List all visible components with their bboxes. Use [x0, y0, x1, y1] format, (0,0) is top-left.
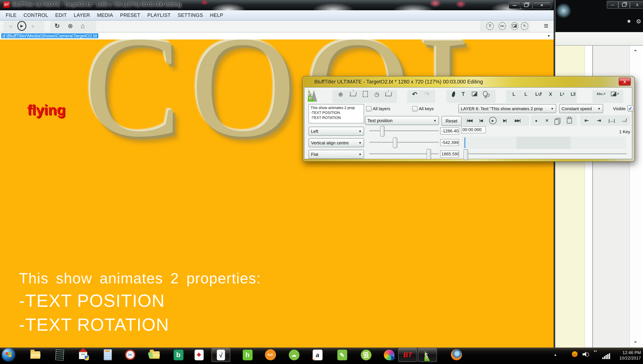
clock[interactable]: 12:46 PM 10/22/2017	[612, 350, 641, 361]
menu-playlist[interactable]: PLAYLIST	[147, 12, 171, 18]
taskbar-homegroup[interactable]	[77, 349, 88, 360]
tray-network-icon[interactable]	[602, 353, 610, 359]
y-slider-handle[interactable]	[393, 137, 397, 148]
z-mode-dropdown[interactable]: Flat ▼	[308, 150, 364, 159]
taskbar-blufftitler-show[interactable]	[418, 348, 437, 362]
copy-key-icon[interactable]	[554, 115, 562, 126]
paint-layer-icon[interactable]	[449, 88, 458, 100]
delete-key-icon[interactable]: ×	[543, 115, 550, 126]
menu-edit[interactable]: EDIT	[55, 12, 67, 18]
layer-op-bar[interactable]: L‖	[568, 88, 578, 100]
y-value-field[interactable]: -542.3999	[440, 139, 459, 146]
minimize-button[interactable]: —	[509, 1, 520, 9]
save-show-icon[interactable]: ↓	[383, 88, 393, 100]
address-bar[interactable]: d:\BluffTitler\Media\Shows\Camera\Target…	[0, 32, 554, 40]
record-key-icon[interactable]: ●	[532, 115, 540, 126]
favorites-star-icon[interactable]: ★	[626, 18, 631, 24]
hamburger-menu-icon[interactable]: ≡	[544, 23, 551, 29]
play-button[interactable]: ▶	[488, 115, 498, 126]
redo-icon[interactable]: ↷	[422, 88, 432, 100]
reset-button[interactable]: Reset	[442, 116, 462, 126]
all-layers-checkbox[interactable]	[366, 106, 372, 112]
x-slider-handle[interactable]	[380, 126, 385, 136]
visible-checkbox[interactable]: ✓	[627, 105, 634, 112]
y-slider-track[interactable]	[369, 142, 439, 144]
home-icon[interactable]: ⌂	[79, 20, 86, 31]
close-button[interactable]: ×	[533, 1, 551, 9]
x-mode-dropdown[interactable]: Left ▼	[308, 127, 364, 136]
taskbar-pen-app[interactable]: ✎	[336, 349, 348, 360]
layer-op-clone[interactable]: L	[521, 88, 530, 100]
timeline-scrubber-handle[interactable]	[464, 149, 468, 160]
prev-frame-icon[interactable]: |◀	[476, 115, 485, 126]
taskbar-notepad[interactable]	[54, 349, 65, 360]
key-squeeze-icon[interactable]: ↮	[620, 115, 628, 126]
layer-op-attach[interactable]: L	[509, 88, 518, 100]
show-duration-icon[interactable]: ◷	[372, 88, 382, 100]
property-select-dropdown[interactable]: Text position ▼	[365, 116, 439, 125]
restore-button[interactable]	[520, 1, 532, 9]
text-layer-tool[interactable]: T	[486, 20, 494, 31]
menu-preset[interactable]: PRESET	[120, 12, 140, 18]
text-layer-icon[interactable]: T	[459, 88, 467, 100]
tray-expand-icon[interactable]: ▲	[554, 353, 557, 357]
next-frame-icon[interactable]: ▶|	[500, 115, 509, 126]
scroll-up-icon[interactable]: ⌃	[633, 49, 638, 55]
scroll-down-icon[interactable]: ⌄	[633, 338, 638, 344]
taskbar-aol[interactable]: Aol.	[265, 349, 276, 360]
paste-key-icon[interactable]	[565, 115, 574, 126]
timeline-scrubber-track[interactable]	[464, 154, 627, 155]
all-keys-checkbox[interactable]	[412, 106, 418, 112]
taskbar-explorer[interactable]	[30, 349, 41, 360]
taskbar-amazon[interactable]: a⌣	[312, 349, 323, 360]
address-dropdown-icon[interactable]: ▼	[547, 34, 550, 38]
start-button[interactable]	[2, 348, 15, 361]
taskbar-green-calculator[interactable]	[360, 349, 372, 360]
menu-media[interactable]: MEDIA	[97, 12, 113, 18]
layer-op-scissors[interactable]: X	[546, 88, 556, 100]
speed-select-dropdown[interactable]: Constant speed ▼	[559, 104, 603, 113]
particle-layer-icon[interactable]	[481, 88, 490, 100]
picture-layer-icon[interactable]	[470, 88, 479, 100]
layer-select-dropdown[interactable]: LAYER 6: Text "This show animates 2 prop…	[458, 104, 556, 113]
timeline-cursor[interactable]	[464, 137, 465, 148]
taskbar-photos[interactable]	[383, 349, 394, 360]
timeline-strip[interactable]	[462, 136, 626, 149]
taskbar-snipping-tool[interactable]: ✂	[124, 349, 136, 360]
undo-icon[interactable]: ↶	[410, 88, 420, 100]
skip-end-icon[interactable]: ▶▶|	[512, 115, 524, 126]
z-value-field[interactable]: 1865.599	[440, 150, 459, 158]
taskbar-cloud-app[interactable]: ☁	[288, 349, 300, 360]
menu-layer[interactable]: LAYER	[74, 12, 90, 18]
resize-show-icon[interactable]	[360, 88, 370, 100]
menu-control[interactable]: CONTROL	[24, 12, 48, 18]
back-icon[interactable]: ◄	[6, 20, 14, 31]
bg-restore-button[interactable]	[618, 1, 630, 8]
z-slider-handle[interactable]	[426, 149, 431, 160]
forward-icon[interactable]: ►	[30, 20, 37, 31]
picture-tool[interactable]	[511, 20, 518, 31]
address-text-selected[interactable]: d:\BluffTitler\Media\Shows\Camera\Target…	[1, 33, 98, 38]
open-show-icon[interactable]: ↑	[348, 88, 358, 100]
taskbar-firefox[interactable]	[451, 349, 462, 360]
tray-antivirus-icon[interactable]: ✓	[572, 351, 578, 357]
bg-minimize-button[interactable]: —	[607, 1, 618, 8]
taskbar-hulu[interactable]: h	[242, 349, 253, 360]
time-field[interactable]: 00:00.000	[461, 126, 486, 133]
main-titlebar[interactable]: BT BluffTitler ULTIMATE - TargetO2.bt * …	[0, 0, 554, 10]
taskbar-documents-folder[interactable]	[149, 349, 160, 360]
taskbar-blufftitler[interactable]: BT	[398, 348, 417, 362]
menu-file[interactable]: FILE	[6, 12, 16, 18]
play-button[interactable]: ▶	[17, 20, 26, 31]
layer-op-delete[interactable]: Lˣ	[557, 88, 567, 100]
refresh-icon[interactable]: ↻	[54, 20, 61, 31]
editor-dialog[interactable]: BluffTitler ULTIMATE - TargetO2.bt * 128…	[302, 76, 635, 162]
skip-start-icon[interactable]: |◀◀	[464, 115, 475, 126]
pencil-tool[interactable]: ✎	[521, 20, 528, 31]
export-picture-icon[interactable]: ↗	[610, 88, 620, 100]
dialog-close-button[interactable]: X	[619, 78, 631, 86]
taskbar-active-app[interactable]: √	[212, 348, 230, 362]
x-slider-track[interactable]	[369, 130, 439, 132]
taskbar-calculator[interactable]	[102, 349, 113, 360]
taskbar-bing[interactable]: b	[173, 349, 184, 360]
